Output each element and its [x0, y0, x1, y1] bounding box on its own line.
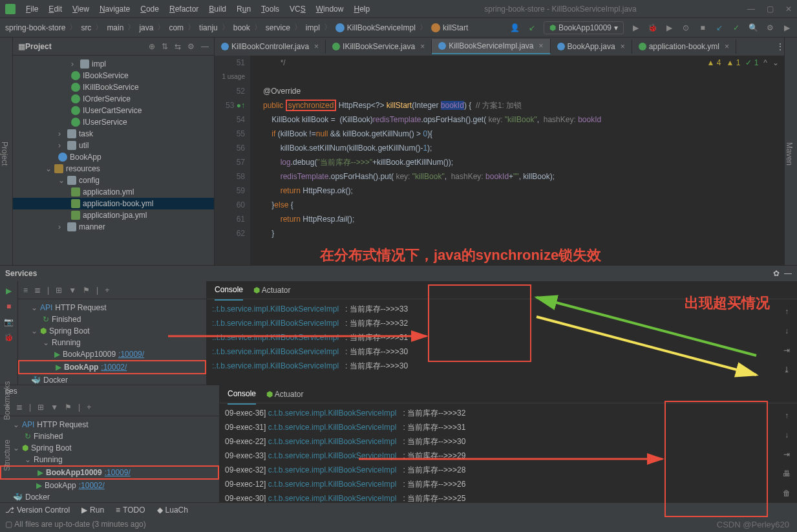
svc-spring[interactable]: Spring Boot — [31, 443, 72, 452]
gear-icon[interactable]: ✿ — [773, 269, 780, 278]
tree-folder-resources[interactable]: resources — [66, 164, 100, 173]
svc-http[interactable]: HTTP Request — [55, 303, 106, 312]
grid-icon[interactable]: ⊞ — [37, 403, 44, 412]
menu-code[interactable]: Code — [136, 3, 163, 15]
close-tab-icon[interactable]: × — [420, 42, 425, 51]
crumb[interactable]: killStart — [443, 23, 468, 32]
down-icon[interactable]: ↓ — [785, 324, 789, 338]
crumb[interactable]: impl — [306, 23, 320, 32]
menu-build[interactable]: Build — [205, 3, 230, 15]
crumb[interactable]: com — [169, 23, 184, 32]
menu-edit[interactable]: Edit — [45, 3, 66, 15]
svc-app[interactable]: BookApp — [45, 481, 76, 490]
menu-run[interactable]: Run — [233, 3, 255, 15]
wrap-icon[interactable]: ⇥ — [783, 343, 790, 357]
svc-docker[interactable]: Docker — [43, 376, 68, 385]
menu-window[interactable]: Window — [312, 3, 348, 15]
console-2[interactable]: Console ⬢ Actuator 09-exec-36] c.t.b.ser… — [220, 385, 797, 520]
services-tree[interactable]: ≡ ≣ | ⊞ ▼ ⚑ | + ⌄API HTTP Request ↻ Fini… — [18, 281, 207, 385]
tree-folder-impl[interactable]: impl — [92, 59, 106, 69]
crumb[interactable]: service — [266, 23, 290, 32]
svc-http[interactable]: HTTP Request — [37, 420, 88, 429]
stop-icon[interactable]: ■ — [3, 301, 15, 312]
svc-port-link[interactable]: :10002/ — [79, 481, 105, 490]
menu-view[interactable]: View — [69, 3, 93, 15]
crumb[interactable]: spring-book-store — [5, 23, 65, 32]
up-icon[interactable]: ↑ — [785, 304, 789, 319]
bookmarks-tab[interactable]: Bookmarks — [1, 381, 12, 420]
play-icon[interactable]: ▶ — [781, 23, 792, 33]
gear-icon[interactable]: ⚙ — [187, 42, 195, 51]
tab[interactable]: application-book.yml× — [632, 39, 736, 54]
maven-tab[interactable]: Maven — [785, 142, 794, 165]
svc-port-link[interactable]: :10002/ — [101, 363, 127, 372]
hammer-icon[interactable]: ↙ — [527, 23, 537, 33]
stop-icon[interactable]: ■ — [697, 23, 708, 33]
menu-tools[interactable]: Tools — [257, 3, 283, 15]
tree-iface[interactable]: IUserService — [83, 118, 127, 127]
filter-icon[interactable]: ▼ — [69, 286, 76, 295]
minimize-icon[interactable]: — — [747, 5, 755, 14]
project-tab-label[interactable]: Project — [0, 142, 9, 165]
grid-icon[interactable]: ⊞ — [56, 286, 62, 295]
tree-file[interactable]: application.yml — [83, 187, 134, 197]
tree-iface[interactable]: IBookService — [83, 71, 129, 80]
user-icon[interactable]: 👤 — [510, 23, 520, 33]
add-icon[interactable]: + — [87, 403, 91, 412]
run-config-dropdown[interactable]: ⬢ BookApp10009 ▾ — [544, 21, 624, 34]
code-area[interactable]: 511 usage5253 ●↑545556575859606162 */ @O… — [215, 56, 784, 265]
code-body[interactable]: */ @Override public synchronized HttpRes… — [250, 56, 784, 265]
right-tool-strip[interactable]: Maven Database Notifications — [784, 37, 797, 265]
collapse-icon[interactable]: ⇆ — [175, 42, 181, 51]
close-tab-icon[interactable]: × — [539, 41, 544, 50]
flag-icon[interactable]: ⚑ — [65, 403, 72, 412]
tab[interactable]: BookApp.java× — [551, 39, 632, 54]
tree-class[interactable]: BookApp — [70, 153, 101, 162]
run-icon[interactable]: ▶ — [630, 23, 641, 33]
crumb[interactable]: main — [107, 23, 123, 32]
git-commit-icon[interactable]: ✓ — [731, 23, 741, 33]
menu-refactor[interactable]: Refactor — [165, 3, 202, 15]
git-update-icon[interactable]: ↙ — [714, 23, 725, 33]
vc-button[interactable]: ⎇ Version Control — [5, 505, 70, 515]
search-icon[interactable]: 🔍 — [748, 23, 758, 33]
run-button[interactable]: ▶ Run — [81, 505, 104, 515]
align2-icon[interactable]: ≣ — [34, 286, 41, 295]
svc-app-highlighted[interactable]: BookApp — [64, 363, 98, 372]
debug-icon[interactable]: 🐞 — [647, 23, 657, 33]
actuator-tab[interactable]: ⬢ Actuator — [266, 385, 303, 404]
align-icon[interactable]: ≡ — [23, 286, 28, 295]
hide-icon[interactable]: — — [201, 42, 209, 51]
run-icon[interactable]: ▶ — [3, 285, 15, 297]
tab[interactable]: IKillBookService.java× — [326, 39, 432, 54]
menu-help[interactable]: Help — [350, 3, 374, 15]
tree-iface[interactable]: IUserCartService — [83, 106, 142, 115]
svc-app-highlighted[interactable]: BookApp10009 — [46, 468, 102, 477]
print-icon[interactable]: 🖶 — [783, 467, 791, 481]
close-tab-icon[interactable]: × — [621, 42, 625, 51]
wrap-icon[interactable]: ⇥ — [783, 447, 790, 462]
tree-folder[interactable]: task — [79, 129, 93, 138]
down-icon[interactable]: ↓ — [785, 428, 789, 442]
svc-app[interactable]: BookApp10009 — [63, 350, 116, 359]
more-tabs-icon[interactable]: ⋮ — [776, 42, 784, 51]
align2-icon[interactable]: ≣ — [16, 403, 23, 412]
svc-port-link[interactable]: :10009/ — [118, 350, 144, 359]
tree-folder[interactable]: manner — [79, 222, 105, 231]
tree-iface[interactable]: IKillBookService — [83, 83, 139, 92]
tab[interactable]: KillBookController.java× — [215, 39, 326, 54]
menu-vcs[interactable]: VCS — [286, 3, 310, 15]
filter-icon[interactable]: ▼ — [50, 403, 58, 412]
svc-running[interactable]: Running — [34, 455, 63, 464]
actuator-tab[interactable]: ⬢ Actuator — [253, 281, 290, 300]
maximize-icon[interactable]: ▢ — [767, 5, 774, 14]
debug-icon[interactable]: 🐞 — [3, 332, 15, 343]
tree-file[interactable]: application-jpa.yml — [83, 211, 147, 220]
close-icon[interactable]: ✕ — [785, 5, 792, 14]
expand-icon[interactable]: ⇅ — [162, 42, 168, 51]
close-tab-icon[interactable]: × — [725, 42, 729, 51]
svc-finished[interactable]: Finished — [52, 315, 81, 324]
crumb[interactable]: book — [233, 23, 250, 32]
menu-file[interactable]: File — [22, 3, 42, 15]
console-tab[interactable]: Console — [228, 384, 256, 405]
